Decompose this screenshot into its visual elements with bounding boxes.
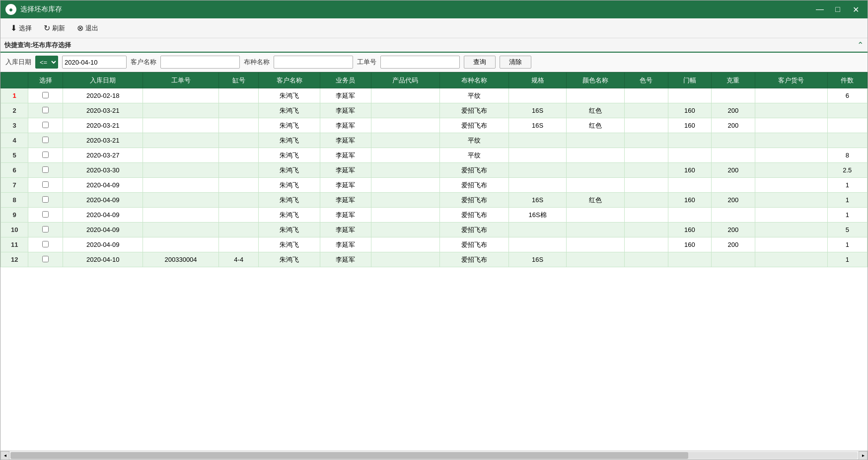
maximize-button[interactable]: □ xyxy=(831,2,845,16)
date-operator-select[interactable]: <= >= = < > xyxy=(35,56,58,69)
row-custno xyxy=(755,178,827,193)
table-row[interactable]: 2 2020-03-21 朱鸿飞 李延军 爱招飞布 16S 红色 160 200 xyxy=(1,103,868,118)
table-row[interactable]: 6 2020-03-30 朱鸿飞 李延军 爱招飞布 160 200 2.5 xyxy=(1,163,868,178)
row-select-cell[interactable] xyxy=(28,88,63,103)
row-colornum xyxy=(625,163,668,178)
row-checkbox[interactable] xyxy=(42,211,49,218)
row-ordernum xyxy=(143,163,218,178)
row-checkbox[interactable] xyxy=(42,107,49,113)
row-fabricname: 爱招飞布 xyxy=(440,208,509,223)
table-row[interactable]: 11 2020-04-09 朱鸿飞 李延军 爱招飞布 160 200 1 xyxy=(1,237,868,252)
row-custno xyxy=(755,133,827,148)
row-checkbox[interactable] xyxy=(42,122,49,128)
row-number: 9 xyxy=(1,208,28,223)
row-ordernum xyxy=(143,193,218,208)
exit-button[interactable]: ⊗ 退出 xyxy=(72,21,103,35)
table-row[interactable]: 1 2020-02-18 朱鸿飞 李延军 平纹 6 xyxy=(1,88,868,103)
row-checkbox[interactable] xyxy=(42,137,49,143)
select-label: 选择 xyxy=(19,24,32,33)
row-ordernum: 200330004 xyxy=(143,252,218,267)
row-productcode xyxy=(371,163,440,178)
row-customer: 朱鸿飞 xyxy=(259,148,320,163)
table-row[interactable]: 3 2020-03-21 朱鸿飞 李延军 爱招飞布 16S 红色 160 200 xyxy=(1,118,868,133)
row-select-cell[interactable] xyxy=(28,118,63,133)
table-row[interactable]: 12 2020-04-10 200330004 4-4 朱鸿飞 李延军 爱招飞布… xyxy=(1,252,868,267)
table-row[interactable]: 4 2020-03-21 朱鸿飞 李延军 平纹 xyxy=(1,133,868,148)
row-checkbox[interactable] xyxy=(42,92,49,98)
row-select-cell[interactable] xyxy=(28,252,63,267)
row-checkbox[interactable] xyxy=(42,152,49,158)
row-select-cell[interactable] xyxy=(28,208,63,223)
row-number: 5 xyxy=(1,148,28,163)
row-checkbox[interactable] xyxy=(42,166,49,173)
table-row[interactable]: 5 2020-03-27 朱鸿飞 李延军 平纹 8 xyxy=(1,148,868,163)
row-select-cell[interactable] xyxy=(28,163,63,178)
collapse-button[interactable]: ⌃ xyxy=(857,40,864,50)
refresh-button[interactable]: ↻ 刷新 xyxy=(39,21,70,35)
quicksearch-bar: 快捷查询:坯布库存选择 ⌃ xyxy=(0,38,868,53)
row-customer: 朱鸿飞 xyxy=(259,223,320,237)
row-checkbox[interactable] xyxy=(42,226,49,232)
row-select-cell[interactable] xyxy=(28,193,63,208)
row-select-cell[interactable] xyxy=(28,178,63,193)
table-body: 1 2020-02-18 朱鸿飞 李延军 平纹 6 2 2020-03-21 朱… xyxy=(1,88,868,267)
row-date: 2020-04-09 xyxy=(63,178,143,193)
row-width xyxy=(668,148,712,163)
row-tanknum xyxy=(219,208,259,223)
row-select-cell[interactable] xyxy=(28,237,63,252)
row-pieces: 2.5 xyxy=(827,163,867,178)
scrollbar-track[interactable] xyxy=(10,452,858,459)
table-row[interactable]: 8 2020-04-09 朱鸿飞 李延军 爱招飞布 16S 红色 160 200… xyxy=(1,193,868,208)
bottom-scrollbar[interactable]: ◂ ▸ xyxy=(0,451,868,460)
row-number: 11 xyxy=(1,237,28,252)
row-colornum xyxy=(625,118,668,133)
row-salesman: 李延军 xyxy=(320,103,371,118)
close-button[interactable]: ✕ xyxy=(849,2,863,16)
row-tanknum xyxy=(219,103,259,118)
row-productcode xyxy=(371,252,440,267)
row-weight: 200 xyxy=(712,237,755,252)
row-custno xyxy=(755,163,827,178)
date-value-input[interactable] xyxy=(62,56,127,69)
row-select-cell[interactable] xyxy=(28,148,63,163)
row-customer: 朱鸿飞 xyxy=(259,208,320,223)
row-pieces: 5 xyxy=(827,223,867,237)
row-date: 2020-03-27 xyxy=(63,148,143,163)
order-input[interactable] xyxy=(380,56,460,69)
select-button[interactable]: ⬇ 选择 xyxy=(5,21,37,35)
minimize-button[interactable]: — xyxy=(813,2,827,16)
row-productcode xyxy=(371,118,440,133)
row-select-cell[interactable] xyxy=(28,223,63,237)
row-checkbox[interactable] xyxy=(42,196,49,203)
scroll-right-arrow[interactable]: ▸ xyxy=(859,451,868,460)
table-row[interactable]: 7 2020-04-09 朱鸿飞 李延军 爱招飞布 1 xyxy=(1,178,868,193)
query-button[interactable]: 查询 xyxy=(464,56,496,69)
clear-button[interactable]: 清除 xyxy=(500,56,531,69)
table-area[interactable]: 选择 入库日期 工单号 缸号 客户名称 业务员 产品代码 布种名称 规格 颜色名… xyxy=(0,72,868,451)
row-fabricname: 平纹 xyxy=(440,148,509,163)
row-fabricname: 爱招飞布 xyxy=(440,178,509,193)
row-checkbox[interactable] xyxy=(42,256,49,262)
table-row[interactable]: 10 2020-04-09 朱鸿飞 李延军 爱招飞布 160 200 5 xyxy=(1,223,868,237)
scroll-left-arrow[interactable]: ◂ xyxy=(0,451,9,460)
row-spec xyxy=(508,163,567,178)
row-checkbox[interactable] xyxy=(42,241,49,247)
row-fabricname: 爱招飞布 xyxy=(440,103,509,118)
row-customer: 朱鸿飞 xyxy=(259,103,320,118)
row-date: 2020-04-10 xyxy=(63,252,143,267)
row-select-cell[interactable] xyxy=(28,103,63,118)
row-salesman: 李延军 xyxy=(320,88,371,103)
table-row[interactable]: 9 2020-04-09 朱鸿飞 李延军 爱招飞布 16S棉 1 xyxy=(1,208,868,223)
row-custno xyxy=(755,193,827,208)
customer-input[interactable] xyxy=(160,56,240,69)
row-checkbox[interactable] xyxy=(42,181,49,188)
row-pieces: 1 xyxy=(827,193,867,208)
row-width xyxy=(668,208,712,223)
row-select-cell[interactable] xyxy=(28,133,63,148)
row-colorname xyxy=(567,223,625,237)
header-select: 选择 xyxy=(28,73,63,88)
row-weight: 200 xyxy=(712,193,755,208)
header-width: 门幅 xyxy=(668,73,712,88)
fabric-input[interactable] xyxy=(274,56,353,69)
row-colornum xyxy=(625,148,668,163)
